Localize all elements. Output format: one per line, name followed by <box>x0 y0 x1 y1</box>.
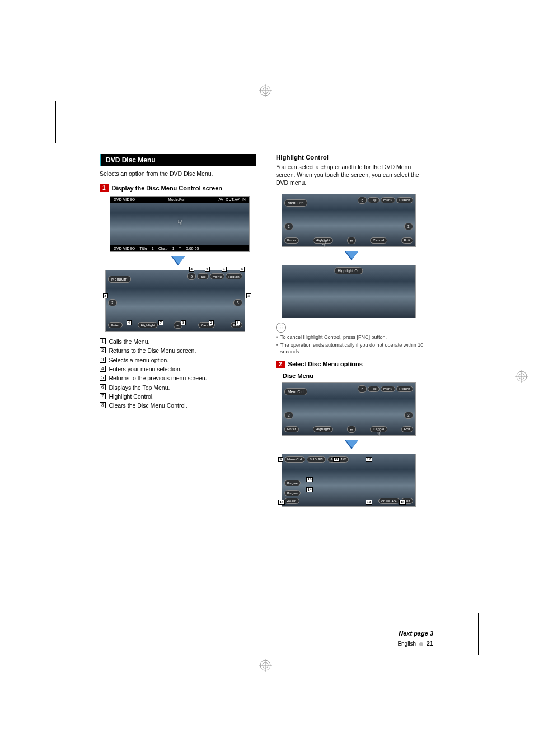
left-button[interactable]: 2 <box>108 299 117 306</box>
legend-num-6: 6 <box>100 384 106 390</box>
highlight-on-screen: Highlight On <box>282 265 416 318</box>
callout-13: 13 <box>278 500 285 505</box>
dm-menuctrl[interactable]: MenuCtrl <box>284 388 307 395</box>
legend-text-4: Enters your menu selection. <box>109 365 182 374</box>
dm-top[interactable]: Top <box>368 386 380 392</box>
disc-menu-options-screen: MenuCtrl SUB 3/3 Audio 1/2 Page+ Page– Z… <box>282 454 416 507</box>
hc1-up[interactable]: 5 <box>358 197 367 204</box>
legend-num-1: 1 <box>100 338 106 344</box>
next-page-arrow-icon: 3 <box>430 630 433 637</box>
callout-3d: 3 <box>181 320 186 325</box>
step-2-number: 2 <box>276 361 285 368</box>
legend-text-5: Returns to the previous menu screen. <box>109 374 207 382</box>
dm-return[interactable]: Return <box>396 386 413 392</box>
right-button[interactable]: 3 <box>233 299 242 306</box>
pb-title-label: Title <box>139 246 147 250</box>
arrow-down-icon <box>276 440 427 449</box>
dm-right[interactable]: 3 <box>404 412 413 419</box>
highlight-control-heading: Highlight Control <box>276 154 427 161</box>
callout-3c: 3 <box>246 293 251 298</box>
dm-exit[interactable]: Exit <box>401 426 413 432</box>
legend-num-7: 7 <box>100 393 106 399</box>
opt-menuctrl[interactable]: MenuCtrl <box>284 456 305 463</box>
legend-num-5: 5 <box>100 375 106 381</box>
callout-10: 10 <box>366 500 372 505</box>
top-button[interactable]: Top <box>197 273 209 279</box>
legend-num-8: 8 <box>100 402 106 408</box>
footer-page-number: 21 <box>427 640 433 647</box>
disc-menu-screen: MenuCtrl 5 Top Menu Return 2 3 Enter Hig… <box>282 382 416 436</box>
pb-source: DVD VIDEO <box>114 198 135 202</box>
callout-4: 4 <box>127 320 132 325</box>
dm-menu[interactable]: Menu <box>381 386 395 392</box>
callout-3b: 3 <box>103 293 108 298</box>
callout-16: 16 <box>306 477 313 482</box>
hc1-left[interactable]: 2 <box>284 223 293 230</box>
pb-time: 0:00:05 <box>186 246 199 250</box>
dm-enter[interactable]: Enter <box>284 426 299 432</box>
menu-button[interactable]: Menu <box>210 273 224 279</box>
callout-9: 9 <box>278 457 283 462</box>
arrow-down-icon <box>276 251 427 260</box>
arrow-down-icon <box>100 256 256 265</box>
step-1-text: Display the Disc Menu Control screen <box>112 185 222 192</box>
hc1-menuctrl[interactable]: MenuCtrl <box>284 199 307 207</box>
legend-text-3: Selects a menu option. <box>109 356 169 365</box>
next-page-label: Next page <box>399 630 430 637</box>
opt-zoom[interactable]: Zoom <box>284 498 299 504</box>
callout-7: 7 <box>158 320 163 325</box>
hc1-return[interactable]: Return <box>396 197 413 203</box>
dm-left[interactable]: 2 <box>284 412 293 419</box>
callout-legend: 1Calls the Menu. 2Returns to the Disc Me… <box>100 337 256 410</box>
legend-num-3: 3 <box>100 357 106 363</box>
opt-angle[interactable]: Angle 1/1 <box>378 498 400 504</box>
legend-num-4: 4 <box>100 366 106 372</box>
hc1-menu[interactable]: Menu <box>381 197 395 203</box>
dm-up[interactable]: 5 <box>358 385 367 393</box>
callout-12: 12 <box>366 457 372 462</box>
legend-text-1: Calls the Menu. <box>109 337 150 346</box>
touch-hand-icon: ☟ <box>177 218 182 227</box>
pb-chap-label: Chap <box>158 246 168 250</box>
step-2-text: Select Disc Menu options <box>288 361 363 367</box>
dm-highlight[interactable]: Highlight <box>313 426 333 432</box>
touch-hand-icon: ☟ <box>321 240 326 249</box>
hc1-top[interactable]: Top <box>368 197 380 203</box>
legend-text-6: Displays the Top Menu. <box>109 383 170 392</box>
hc1-right[interactable]: 3 <box>404 223 413 230</box>
playback-screen: DVD VIDEO Mode:Full AV–OUT:AV–IN DVD VID… <box>110 196 250 252</box>
dm-down[interactable]: ∞ <box>347 426 356 433</box>
highlight-button[interactable]: Highlight <box>138 322 158 328</box>
footer-lang: English <box>397 641 416 647</box>
note-icon: ⁝⁝ <box>276 323 286 333</box>
legend-text-7: Highlight Control. <box>109 392 154 401</box>
note-1: To cancel Highlight Control, press [FNC]… <box>276 334 427 340</box>
footer-dot-icon <box>419 642 423 646</box>
pb-bot-source: DVD VIDEO <box>114 246 135 250</box>
enter-button[interactable]: Enter <box>108 322 123 328</box>
hc1-cancel[interactable]: Cancel <box>370 237 387 244</box>
bind-mark-left <box>0 101 56 143</box>
return-button[interactable]: Return <box>226 273 242 279</box>
hc-screen-1: MenuCtrl 5 Top Menu Return 2 3 Enter Hig… <box>282 194 416 247</box>
pb-avout: AV–OUT:AV–IN <box>218 198 246 202</box>
callout-2: 2 <box>209 320 214 325</box>
step-2: 2 Select Disc Menu options <box>276 361 427 368</box>
opt-page-plus[interactable]: Page+ <box>284 480 301 486</box>
highlight-control-body: You can select a chapter and title for t… <box>276 163 427 187</box>
callout-3: 3 <box>189 267 194 272</box>
legend-text-2: Returns to the Disc Menu screen. <box>109 346 196 355</box>
callout-5: 5 <box>240 267 245 272</box>
bind-mark-right <box>478 613 534 655</box>
touch-hand-icon: ☟ <box>376 428 381 437</box>
hc1-down[interactable]: ∞ <box>347 237 356 244</box>
hc1-enter[interactable]: Enter <box>284 237 299 244</box>
callout-11: 11 <box>333 457 340 462</box>
opt-sub[interactable]: SUB 3/3 <box>307 456 326 463</box>
opt-page-minus[interactable]: Page– <box>284 490 301 496</box>
up-button[interactable]: 5 <box>187 273 196 280</box>
menuctrl-button[interactable]: MenuCtrl <box>108 276 131 283</box>
page-footer: Next page 3 English 21 <box>397 630 433 647</box>
hc1-exit[interactable]: Exit <box>401 237 413 244</box>
highlight-on-banner: Highlight On <box>334 267 363 274</box>
